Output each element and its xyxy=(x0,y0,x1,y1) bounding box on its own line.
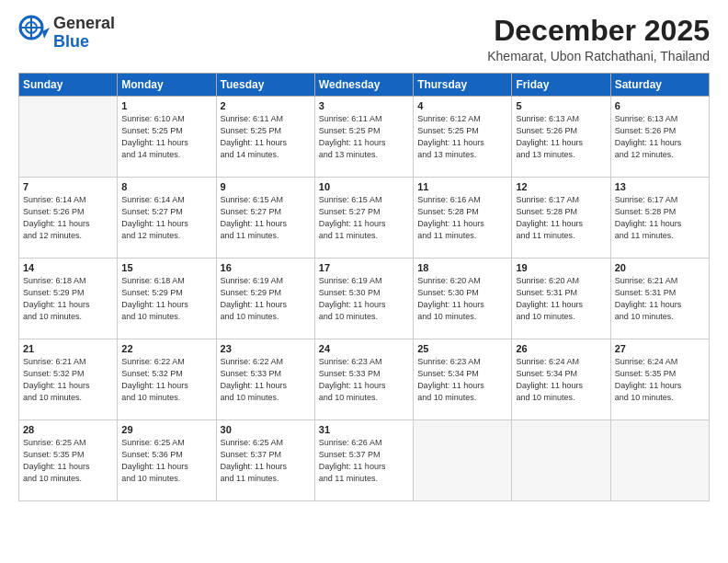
day-number: 22 xyxy=(121,343,211,354)
day-number: 18 xyxy=(417,262,507,273)
day-info: Sunrise: 6:24 AM Sunset: 5:35 PM Dayligh… xyxy=(615,356,705,404)
day-info: Sunrise: 6:10 AM Sunset: 5:25 PM Dayligh… xyxy=(121,113,211,161)
calendar-header-row: SundayMondayTuesdayWednesdayThursdayFrid… xyxy=(19,74,710,97)
calendar-cell: 4Sunrise: 6:12 AM Sunset: 5:25 PM Daylig… xyxy=(414,97,512,178)
logo-blue: Blue xyxy=(53,33,115,52)
calendar-cell: 10Sunrise: 6:15 AM Sunset: 5:27 PM Dayli… xyxy=(314,178,413,259)
calendar-cell: 29Sunrise: 6:25 AM Sunset: 5:36 PM Dayli… xyxy=(118,420,216,501)
day-number: 30 xyxy=(221,424,311,435)
calendar-cell: 16Sunrise: 6:19 AM Sunset: 5:29 PM Dayli… xyxy=(216,259,314,339)
calendar-cell: 28Sunrise: 6:25 AM Sunset: 5:35 PM Dayli… xyxy=(19,420,118,501)
day-number: 21 xyxy=(23,343,113,354)
day-number: 3 xyxy=(319,100,409,111)
col-header-monday: Monday xyxy=(118,74,216,97)
day-info: Sunrise: 6:16 AM Sunset: 5:28 PM Dayligh… xyxy=(417,194,507,242)
day-info: Sunrise: 6:15 AM Sunset: 5:27 PM Dayligh… xyxy=(319,194,409,242)
day-number: 8 xyxy=(121,181,211,192)
day-number: 5 xyxy=(516,100,606,111)
logo-general: General xyxy=(53,15,115,33)
logo-icon xyxy=(18,15,51,48)
calendar-cell: 11Sunrise: 6:16 AM Sunset: 5:28 PM Dayli… xyxy=(414,178,512,259)
day-number: 27 xyxy=(615,343,705,354)
col-header-tuesday: Tuesday xyxy=(216,74,314,97)
day-info: Sunrise: 6:12 AM Sunset: 5:25 PM Dayligh… xyxy=(417,113,507,161)
col-header-wednesday: Wednesday xyxy=(314,74,413,97)
day-info: Sunrise: 6:14 AM Sunset: 5:26 PM Dayligh… xyxy=(23,194,113,242)
week-row-5: 28Sunrise: 6:25 AM Sunset: 5:35 PM Dayli… xyxy=(19,420,710,501)
day-info: Sunrise: 6:18 AM Sunset: 5:29 PM Dayligh… xyxy=(121,275,211,323)
calendar-cell: 6Sunrise: 6:13 AM Sunset: 5:26 PM Daylig… xyxy=(610,97,709,178)
calendar-cell: 23Sunrise: 6:22 AM Sunset: 5:33 PM Dayli… xyxy=(216,339,314,420)
calendar-cell: 3Sunrise: 6:11 AM Sunset: 5:25 PM Daylig… xyxy=(314,97,413,178)
day-info: Sunrise: 6:20 AM Sunset: 5:30 PM Dayligh… xyxy=(417,275,507,323)
day-info: Sunrise: 6:25 AM Sunset: 5:36 PM Dayligh… xyxy=(121,437,211,485)
calendar-cell: 18Sunrise: 6:20 AM Sunset: 5:30 PM Dayli… xyxy=(414,259,512,339)
day-info: Sunrise: 6:11 AM Sunset: 5:25 PM Dayligh… xyxy=(221,113,311,161)
day-info: Sunrise: 6:25 AM Sunset: 5:35 PM Dayligh… xyxy=(23,437,113,485)
calendar-cell: 9Sunrise: 6:15 AM Sunset: 5:27 PM Daylig… xyxy=(216,178,314,259)
day-info: Sunrise: 6:23 AM Sunset: 5:34 PM Dayligh… xyxy=(417,356,507,404)
week-row-1: 1Sunrise: 6:10 AM Sunset: 5:25 PM Daylig… xyxy=(19,97,710,178)
day-info: Sunrise: 6:25 AM Sunset: 5:37 PM Dayligh… xyxy=(221,437,311,485)
calendar-cell: 20Sunrise: 6:21 AM Sunset: 5:31 PM Dayli… xyxy=(610,259,709,339)
day-number: 19 xyxy=(516,262,606,273)
day-number: 13 xyxy=(615,181,705,192)
calendar-cell: 5Sunrise: 6:13 AM Sunset: 5:26 PM Daylig… xyxy=(512,97,610,178)
day-info: Sunrise: 6:15 AM Sunset: 5:27 PM Dayligh… xyxy=(221,194,311,242)
week-row-2: 7Sunrise: 6:14 AM Sunset: 5:26 PM Daylig… xyxy=(19,178,710,259)
day-number: 9 xyxy=(221,181,311,192)
day-number: 28 xyxy=(23,424,113,435)
page-container: General Blue December 2025 Khemarat, Ubo… xyxy=(0,0,728,511)
day-number: 15 xyxy=(121,262,211,273)
location-title: Khemarat, Ubon Ratchathani, Thailand xyxy=(487,49,710,63)
day-number: 31 xyxy=(319,424,409,435)
day-info: Sunrise: 6:22 AM Sunset: 5:33 PM Dayligh… xyxy=(221,356,311,404)
week-row-3: 14Sunrise: 6:18 AM Sunset: 5:29 PM Dayli… xyxy=(19,259,710,339)
col-header-thursday: Thursday xyxy=(414,74,512,97)
day-number: 2 xyxy=(221,100,311,111)
day-number: 25 xyxy=(417,343,507,354)
day-number: 1 xyxy=(121,100,211,111)
page-header: General Blue December 2025 Khemarat, Ubo… xyxy=(18,15,710,63)
logo: General Blue xyxy=(18,15,115,52)
calendar-cell xyxy=(19,97,118,178)
title-block: December 2025 Khemarat, Ubon Ratchathani… xyxy=(487,15,710,63)
day-info: Sunrise: 6:13 AM Sunset: 5:26 PM Dayligh… xyxy=(516,113,606,161)
day-info: Sunrise: 6:21 AM Sunset: 5:31 PM Dayligh… xyxy=(615,275,705,323)
day-number: 16 xyxy=(221,262,311,273)
calendar-cell: 1Sunrise: 6:10 AM Sunset: 5:25 PM Daylig… xyxy=(118,97,216,178)
day-number: 10 xyxy=(319,181,409,192)
day-number: 6 xyxy=(615,100,705,111)
day-info: Sunrise: 6:19 AM Sunset: 5:29 PM Dayligh… xyxy=(221,275,311,323)
day-info: Sunrise: 6:26 AM Sunset: 5:37 PM Dayligh… xyxy=(319,437,409,485)
day-number: 14 xyxy=(23,262,113,273)
calendar-cell: 19Sunrise: 6:20 AM Sunset: 5:31 PM Dayli… xyxy=(512,259,610,339)
calendar-cell: 17Sunrise: 6:19 AM Sunset: 5:30 PM Dayli… xyxy=(314,259,413,339)
col-header-sunday: Sunday xyxy=(19,74,118,97)
week-row-4: 21Sunrise: 6:21 AM Sunset: 5:32 PM Dayli… xyxy=(19,339,710,420)
calendar-cell xyxy=(610,420,709,501)
calendar-cell: 12Sunrise: 6:17 AM Sunset: 5:28 PM Dayli… xyxy=(512,178,610,259)
day-number: 4 xyxy=(417,100,507,111)
day-number: 29 xyxy=(121,424,211,435)
calendar-cell: 24Sunrise: 6:23 AM Sunset: 5:33 PM Dayli… xyxy=(314,339,413,420)
day-info: Sunrise: 6:19 AM Sunset: 5:30 PM Dayligh… xyxy=(319,275,409,323)
calendar-cell: 21Sunrise: 6:21 AM Sunset: 5:32 PM Dayli… xyxy=(19,339,118,420)
calendar-cell: 8Sunrise: 6:14 AM Sunset: 5:27 PM Daylig… xyxy=(118,178,216,259)
calendar-cell: 31Sunrise: 6:26 AM Sunset: 5:37 PM Dayli… xyxy=(314,420,413,501)
day-number: 7 xyxy=(23,181,113,192)
day-number: 23 xyxy=(221,343,311,354)
day-number: 11 xyxy=(417,181,507,192)
calendar-cell: 26Sunrise: 6:24 AM Sunset: 5:34 PM Dayli… xyxy=(512,339,610,420)
day-info: Sunrise: 6:13 AM Sunset: 5:26 PM Dayligh… xyxy=(615,113,705,161)
day-info: Sunrise: 6:24 AM Sunset: 5:34 PM Dayligh… xyxy=(516,356,606,404)
calendar-table: SundayMondayTuesdayWednesdayThursdayFrid… xyxy=(18,73,710,501)
calendar-cell: 14Sunrise: 6:18 AM Sunset: 5:29 PM Dayli… xyxy=(19,259,118,339)
day-number: 17 xyxy=(319,262,409,273)
day-number: 12 xyxy=(516,181,606,192)
calendar-cell: 25Sunrise: 6:23 AM Sunset: 5:34 PM Dayli… xyxy=(414,339,512,420)
calendar-cell: 27Sunrise: 6:24 AM Sunset: 5:35 PM Dayli… xyxy=(610,339,709,420)
calendar-cell xyxy=(512,420,610,501)
calendar-cell: 22Sunrise: 6:22 AM Sunset: 5:32 PM Dayli… xyxy=(118,339,216,420)
day-number: 20 xyxy=(615,262,705,273)
